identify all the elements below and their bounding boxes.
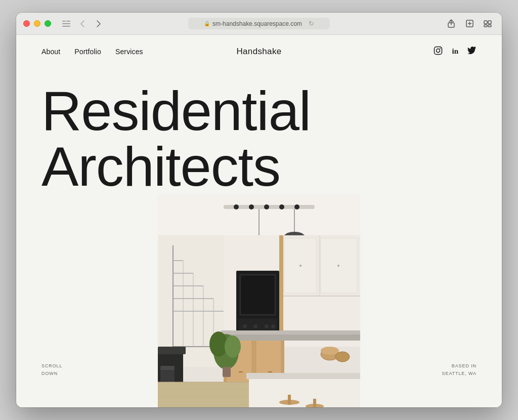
sidebar-toggle-button[interactable] — [59, 17, 73, 31]
svg-point-30 — [264, 204, 269, 209]
navigation-controls — [59, 17, 106, 31]
nav-link-about[interactable]: About — [41, 48, 60, 56]
tab-overview-button[interactable] — [481, 17, 495, 31]
toolbar-right — [444, 17, 495, 31]
instagram-icon[interactable] — [434, 46, 443, 57]
svg-rect-64 — [249, 377, 360, 407]
svg-rect-0 — [62, 21, 66, 22]
svg-rect-80 — [160, 366, 175, 370]
nav-link-portfolio[interactable]: Portfolio — [74, 48, 101, 56]
scroll-label-line2: DOWN — [41, 370, 62, 377]
svg-rect-3 — [66, 21, 70, 22]
svg-point-54 — [265, 324, 269, 328]
url-text: sm-handshake.squarespace.com — [212, 20, 302, 27]
close-button[interactable] — [23, 20, 30, 27]
hero-title-container: Residential Architects — [41, 83, 311, 194]
svg-point-52 — [243, 324, 247, 328]
hero-image — [158, 195, 360, 407]
location-label: BASED IN SEATTLE, WA — [442, 362, 477, 377]
lock-icon: 🔒 — [204, 21, 210, 26]
svg-point-47 — [337, 265, 339, 267]
minimize-button[interactable] — [34, 20, 40, 27]
scroll-label-line1: SCROLL — [41, 362, 62, 369]
svg-rect-6 — [484, 21, 487, 24]
svg-rect-7 — [488, 21, 491, 24]
address-bar[interactable]: 🔒 sm-handshake.squarespace.com ↻ — [188, 18, 330, 29]
svg-rect-82 — [158, 382, 249, 407]
svg-rect-65 — [246, 373, 360, 379]
website-content: About Portfolio Services Handshake in — [16, 35, 502, 407]
nav-left: About Portfolio Services — [41, 48, 143, 56]
svg-point-76 — [335, 352, 350, 362]
svg-rect-73 — [223, 367, 231, 377]
svg-rect-50 — [241, 275, 275, 314]
site-nav: About Portfolio Services Handshake in — [16, 35, 502, 68]
address-bar-container: 🔒 sm-handshake.squarespace.com ↻ — [188, 18, 330, 29]
svg-rect-1 — [62, 23, 70, 24]
new-tab-button[interactable] — [462, 17, 477, 31]
window-controls — [23, 20, 51, 27]
svg-rect-8 — [484, 25, 487, 27]
hero-title-line1: Residential — [41, 83, 311, 139]
svg-rect-9 — [488, 25, 491, 27]
svg-rect-10 — [435, 47, 442, 54]
svg-point-29 — [249, 204, 254, 209]
scroll-label: SCROLL DOWN — [41, 362, 62, 377]
hero-title-line2: Architects — [41, 139, 311, 194]
reload-icon[interactable]: ↻ — [309, 20, 314, 27]
svg-point-28 — [234, 204, 239, 209]
mac-window: 🔒 sm-handshake.squarespace.com ↻ — [16, 13, 502, 407]
site-title: Handshake — [236, 47, 281, 57]
svg-point-12 — [440, 48, 441, 49]
share-button[interactable] — [444, 17, 458, 31]
svg-rect-63 — [221, 330, 360, 334]
back-button[interactable] — [75, 17, 90, 31]
title-bar: 🔒 sm-handshake.squarespace.com ↻ — [16, 13, 502, 35]
location-line2: SEATTLE, WA — [442, 370, 477, 377]
svg-rect-69 — [313, 399, 316, 407]
svg-point-75 — [321, 347, 339, 355]
svg-point-32 — [294, 204, 299, 209]
linkedin-icon[interactable]: in — [452, 47, 458, 56]
twitter-icon[interactable] — [467, 47, 477, 57]
svg-rect-78 — [158, 347, 186, 354]
svg-rect-2 — [62, 26, 70, 27]
svg-rect-67 — [288, 395, 291, 405]
svg-point-72 — [225, 335, 241, 358]
nav-link-services[interactable]: Services — [115, 48, 143, 56]
nav-right: in — [434, 46, 477, 57]
hero-section: Residential Architects — [16, 68, 502, 407]
location-line1: BASED IN — [442, 362, 477, 369]
maximize-button[interactable] — [45, 20, 51, 27]
svg-point-46 — [299, 265, 301, 267]
svg-rect-56 — [279, 235, 283, 347]
svg-point-11 — [437, 49, 440, 52]
svg-point-55 — [271, 324, 275, 328]
svg-point-31 — [279, 204, 284, 209]
svg-point-53 — [253, 324, 257, 328]
forward-button[interactable] — [92, 17, 106, 31]
